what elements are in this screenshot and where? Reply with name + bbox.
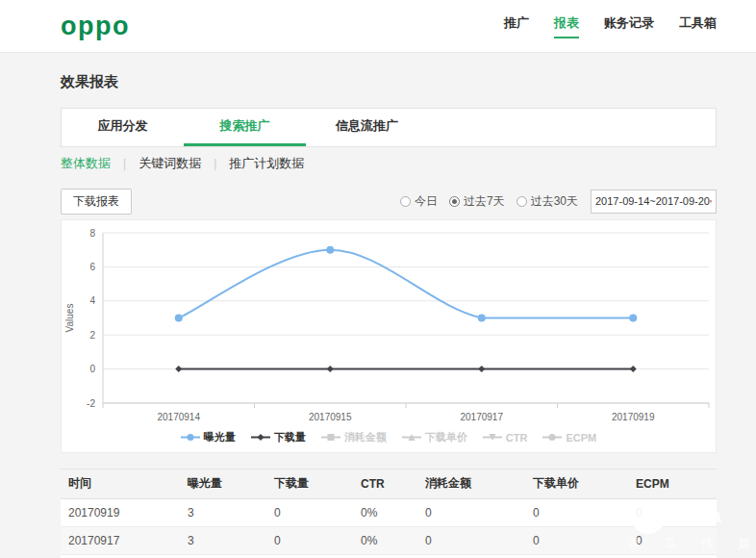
svg-text:20170917: 20170917 (461, 412, 504, 422)
table-cell: 0 (266, 526, 353, 554)
legend-label: CTR (506, 432, 528, 444)
subtab-campaign-data[interactable]: 推广计划数据 (229, 155, 304, 172)
circle-marker-icon (181, 433, 200, 442)
table-header-row: 时间曝光量下载量CTR消耗金额下载单价ECPM (61, 469, 717, 498)
svg-text:0: 0 (89, 364, 95, 374)
nav-item-reports[interactable]: 报表 (554, 14, 579, 38)
date-filter-group: 今日过去7天过去30天 2017-09-14~2017-09-20 (400, 190, 717, 214)
chart-card: -20246820170914201709152017091720170919V… (61, 219, 717, 453)
subtab-divider: | (214, 157, 216, 170)
table-cell: 0 (628, 526, 717, 554)
subtab-keyword-data[interactable]: 关键词数据 (139, 155, 201, 172)
table-cell: 0 (266, 498, 353, 526)
svg-text:2: 2 (89, 330, 95, 341)
radio-past-7-days[interactable]: 过去7天 (449, 193, 505, 210)
data-point[interactable] (630, 366, 637, 372)
svg-text:6: 6 (89, 262, 95, 272)
data-point[interactable] (327, 366, 334, 372)
date-range-value: 2017-09-14~2017-09-20 (595, 195, 710, 207)
square-marker-icon (321, 433, 340, 442)
legend-label: 曝光量 (204, 430, 236, 444)
table-cell: 3 (180, 498, 266, 526)
report-table: 时间曝光量下载量CTR消耗金额下载单价ECPM20170919300%00020… (61, 469, 717, 558)
download-report-button[interactable]: 下载报表 (61, 189, 132, 215)
svg-text:-2: -2 (87, 398, 95, 409)
legend-item-cost[interactable]: 消耗金额 (321, 430, 387, 444)
column-header: 时间 (61, 469, 180, 498)
radio-circle-icon[interactable] (449, 196, 460, 207)
column-header: CTR (353, 469, 417, 498)
legend-item-ctr[interactable]: CTR (483, 432, 528, 444)
legend-item-downloads[interactable]: 下载量 (251, 430, 306, 444)
table-cell: 0% (353, 526, 417, 554)
subtab-divider: | (123, 157, 126, 170)
radio-today[interactable]: 今日 (400, 193, 438, 210)
radio-label: 过去30天 (531, 193, 578, 210)
table-cell: 0 (628, 498, 717, 526)
data-point[interactable] (175, 366, 182, 372)
data-point[interactable] (257, 434, 264, 441)
table-cell: 20170919 (61, 498, 180, 526)
chart-legend: 曝光量下载量消耗金额下载单价CTRECPM (62, 430, 716, 444)
legend-label: 消耗金额 (344, 430, 387, 444)
date-range-input[interactable]: 2017-09-14~2017-09-20 (591, 190, 717, 214)
tab-feed-promotion[interactable]: 信息流推广 (306, 109, 428, 146)
legend-label: ECPM (566, 432, 596, 444)
data-point[interactable] (478, 366, 485, 372)
series-downloads (175, 366, 637, 372)
radio-circle-icon[interactable] (517, 196, 527, 207)
table-cell: 0 (417, 498, 525, 526)
top-navigation-bar: oppo 推广报表账务记录工具箱 (0, 0, 756, 53)
nav-item-toolbox[interactable]: 工具箱 (679, 14, 717, 38)
page-title: 效果报表 (61, 73, 118, 91)
legend-label: 下载量 (274, 430, 306, 444)
line-chart: -20246820170914201709152017091720170919V… (62, 220, 716, 431)
diamond-marker-icon (251, 433, 270, 442)
radio-label: 过去7天 (464, 193, 505, 210)
svg-text:Values: Values (64, 304, 75, 333)
data-point[interactable] (478, 315, 486, 322)
triangle-marker-icon (402, 433, 421, 442)
top-nav: 推广报表账务记录工具箱 (504, 14, 717, 38)
legend-item-exposure[interactable]: 曝光量 (181, 430, 236, 444)
table-row-partial (61, 555, 717, 558)
oppo-logo: oppo (61, 13, 130, 39)
table-cell: 0% (353, 498, 417, 526)
table-cell: 0 (417, 526, 525, 554)
data-point[interactable] (187, 434, 193, 441)
svg-text:20170919: 20170919 (612, 412, 655, 422)
column-header: 曝光量 (180, 469, 266, 498)
tab-app-distribution[interactable]: 应用分发 (62, 109, 184, 146)
radio-circle-icon[interactable] (400, 196, 411, 207)
data-point[interactable] (629, 315, 637, 322)
subtab-bar: 整体数据|关键词数据|推广计划数据 (61, 155, 304, 172)
data-point[interactable] (326, 246, 334, 254)
table-cell: 3 (180, 526, 266, 554)
table-cell: 0 (525, 498, 628, 526)
calendar-icon[interactable] (710, 195, 712, 208)
date-range-radios: 今日过去7天过去30天 (400, 193, 578, 210)
page: oppo 推广报表账务记录工具箱 效果报表 应用分发搜索推广信息流推广 整体数据… (0, 0, 756, 558)
radio-label: 今日 (415, 193, 438, 210)
svg-text:8: 8 (89, 228, 95, 239)
column-header: 下载量 (266, 469, 353, 498)
table-row: 20170917300%000 (61, 526, 717, 554)
data-point[interactable] (175, 315, 183, 322)
radio-past-30-days[interactable]: 过去30天 (517, 193, 578, 210)
table-cell: 0 (525, 526, 628, 554)
nav-item-promotion[interactable]: 推广 (504, 14, 529, 38)
data-point[interactable] (549, 434, 556, 441)
series-exposure (175, 246, 638, 322)
svg-text:20170915: 20170915 (309, 412, 352, 422)
legend-item-ecpm[interactable]: ECPM (542, 432, 596, 444)
report-table-grid: 时间曝光量下载量CTR消耗金额下载单价ECPM20170919300%00020… (61, 469, 717, 555)
tab-search-promotion[interactable]: 搜索推广 (184, 109, 306, 146)
subtab-overall-data[interactable]: 整体数据 (61, 155, 111, 172)
column-header: 下载单价 (525, 469, 628, 498)
legend-item-download-price[interactable]: 下载单价 (402, 430, 467, 444)
circle-marker-icon (542, 433, 562, 442)
triangle-down-marker-icon (483, 433, 502, 442)
nav-item-billing[interactable]: 账务记录 (604, 14, 654, 38)
table-row: 20170919300%000 (61, 498, 717, 526)
legend-label: 下载单价 (425, 430, 467, 444)
